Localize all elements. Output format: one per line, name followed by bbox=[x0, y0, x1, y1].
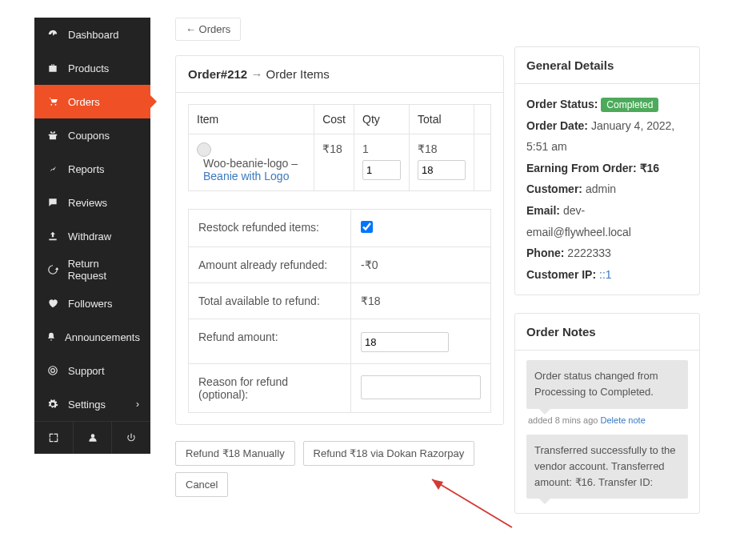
sidebar-item-return-request[interactable]: Return Request bbox=[34, 253, 150, 287]
sidebar-item-label: Return Request bbox=[68, 258, 139, 282]
restock-label: Restock refunded items: bbox=[189, 210, 351, 247]
phone-label: Phone: bbox=[526, 246, 564, 259]
refund-reason-cell bbox=[351, 364, 491, 413]
chevron-right-icon: › bbox=[136, 399, 139, 410]
sidebar-item-dashboard[interactable]: Dashboard bbox=[34, 18, 150, 51]
sidebar-item-settings[interactable]: Settings › bbox=[34, 387, 150, 421]
sidebar-item-withdraw[interactable]: Withdraw bbox=[34, 219, 150, 253]
svg-point-0 bbox=[49, 367, 58, 375]
heart-icon bbox=[46, 298, 60, 309]
bell-icon bbox=[46, 331, 57, 343]
note-item: Order status changed from Processing to … bbox=[526, 360, 688, 427]
sidebar-item-orders[interactable]: Orders bbox=[34, 85, 150, 118]
restock-checkbox[interactable] bbox=[361, 221, 373, 233]
items-table: Item Cost Qty Total Woo-beanie-logo – Be… bbox=[188, 104, 491, 191]
col-total: Total bbox=[410, 105, 474, 134]
arrow-separator: → bbox=[250, 67, 262, 81]
sidebar-item-products[interactable]: Products bbox=[34, 51, 150, 85]
item-total-cell: ₹18 bbox=[410, 134, 474, 191]
order-notes-panel: Order Notes Order status changed from Pr… bbox=[514, 313, 700, 514]
item-product-cell: Woo-beanie-logo – Beanie with Logo bbox=[189, 134, 314, 191]
already-refunded-value: -₹0 bbox=[351, 247, 491, 283]
sidebar-item-label: Reports bbox=[68, 163, 105, 175]
customer-label: Customer: bbox=[526, 182, 582, 195]
phone-value: 2222333 bbox=[567, 246, 611, 259]
product-link[interactable]: Beanie with Logo bbox=[203, 170, 289, 182]
sidebar-item-coupons[interactable]: Coupons bbox=[34, 118, 150, 152]
gear-icon bbox=[46, 399, 60, 410]
sidebar-item-support[interactable]: Support bbox=[34, 354, 150, 387]
email-label: Email: bbox=[526, 204, 560, 217]
refund-reason-input[interactable] bbox=[361, 375, 481, 399]
sidebar-bottom bbox=[34, 421, 150, 454]
order-panel-body: Item Cost Qty Total Woo-beanie-logo – Be… bbox=[176, 92, 503, 424]
order-date-label: Order Date: bbox=[526, 119, 588, 132]
cancel-button[interactable]: Cancel bbox=[175, 472, 228, 497]
sidebar-item-announcements[interactable]: Announcements bbox=[34, 320, 150, 354]
item-row: Woo-beanie-logo – Beanie with Logo ₹18 1… bbox=[189, 134, 491, 191]
earning-label: Earning From Order: bbox=[526, 162, 637, 174]
briefcase-icon bbox=[46, 62, 60, 74]
customer-value: admin bbox=[586, 182, 616, 195]
refund-amount-label: Refund amount: bbox=[189, 319, 351, 364]
sidebar-item-label: Withdraw bbox=[68, 230, 111, 242]
return-icon bbox=[46, 264, 60, 275]
available-refund-value: ₹18 bbox=[351, 283, 491, 319]
item-qty-cell: 1 bbox=[354, 134, 410, 191]
item-total-display: ₹18 bbox=[418, 142, 438, 155]
right-column: General Details Order Status: Completed … bbox=[514, 46, 700, 531]
refund-table: Restock refunded items: Amount already r… bbox=[188, 209, 491, 413]
general-details-body: Order Status: Completed Order Date: Janu… bbox=[515, 84, 699, 295]
comment-icon bbox=[46, 197, 60, 208]
delete-note-link[interactable]: Delete note bbox=[601, 415, 646, 425]
restock-value-cell bbox=[351, 210, 491, 247]
sidebar: Dashboard Products Orders Coupons Report… bbox=[34, 18, 150, 454]
button-row: Refund ₹18 Manually Refund ₹18 via Dokan… bbox=[175, 441, 504, 503]
sidebar-item-followers[interactable]: Followers bbox=[34, 287, 150, 320]
sidebar-item-label: Followers bbox=[68, 298, 113, 310]
earning-value: ₹16 bbox=[640, 162, 660, 174]
svg-point-1 bbox=[51, 369, 55, 373]
upload-icon bbox=[46, 230, 60, 242]
order-panel-header: Order#212 → Order Items bbox=[176, 56, 503, 92]
sidebar-item-label: Settings bbox=[68, 399, 106, 411]
main-content: ← Orders Order#212 → Order Items Item Co… bbox=[175, 18, 504, 503]
refund-reason-label: Reason for refund (optional): bbox=[189, 364, 351, 413]
ip-label: Customer IP: bbox=[526, 268, 596, 281]
power-button[interactable] bbox=[112, 422, 150, 454]
col-item: Item bbox=[189, 105, 314, 134]
note-timestamp: added 8 mins ago bbox=[528, 415, 601, 425]
gauge-icon bbox=[46, 29, 60, 40]
refund-manually-button[interactable]: Refund ₹18 Manually bbox=[175, 441, 295, 466]
order-status-label: Order Status: bbox=[526, 98, 598, 110]
available-refund-label: Total available to refund: bbox=[189, 283, 351, 319]
note-text: Transferred successfully to the vendor a… bbox=[526, 435, 688, 499]
general-details-panel: General Details Order Status: Completed … bbox=[514, 46, 700, 295]
sidebar-item-label: Support bbox=[68, 365, 105, 377]
sidebar-item-label: Products bbox=[68, 62, 109, 74]
sidebar-item-label: Coupons bbox=[68, 130, 110, 142]
order-panel: Order#212 → Order Items Item Cost Qty To… bbox=[175, 55, 504, 425]
buoy-icon bbox=[46, 365, 60, 376]
product-thumb-icon bbox=[197, 142, 211, 157]
already-refunded-label: Amount already refunded: bbox=[189, 247, 351, 283]
sidebar-item-label: Dashboard bbox=[68, 29, 119, 41]
item-total-input[interactable] bbox=[418, 160, 466, 180]
user-button[interactable] bbox=[74, 422, 113, 454]
back-to-orders-link[interactable]: ← Orders bbox=[175, 18, 241, 41]
external-link-button[interactable] bbox=[34, 422, 74, 454]
general-details-title: General Details bbox=[515, 47, 699, 84]
refund-amount-cell bbox=[351, 319, 491, 364]
sidebar-item-reviews[interactable]: Reviews bbox=[34, 186, 150, 219]
order-section-title: Order Items bbox=[266, 67, 330, 81]
ip-value[interactable]: ::1 bbox=[599, 268, 612, 281]
refund-razorpay-button[interactable]: Refund ₹18 via Dokan Razorpay bbox=[303, 441, 475, 466]
order-notes-title: Order Notes bbox=[515, 314, 699, 351]
item-cost: ₹18 bbox=[314, 134, 354, 191]
sidebar-item-reports[interactable]: Reports bbox=[34, 152, 150, 186]
refund-amount-input[interactable] bbox=[361, 332, 449, 352]
col-cost: Cost bbox=[314, 105, 354, 134]
sidebar-item-label: Orders bbox=[68, 96, 100, 108]
chart-icon bbox=[46, 163, 60, 174]
item-qty-input[interactable] bbox=[362, 160, 401, 180]
